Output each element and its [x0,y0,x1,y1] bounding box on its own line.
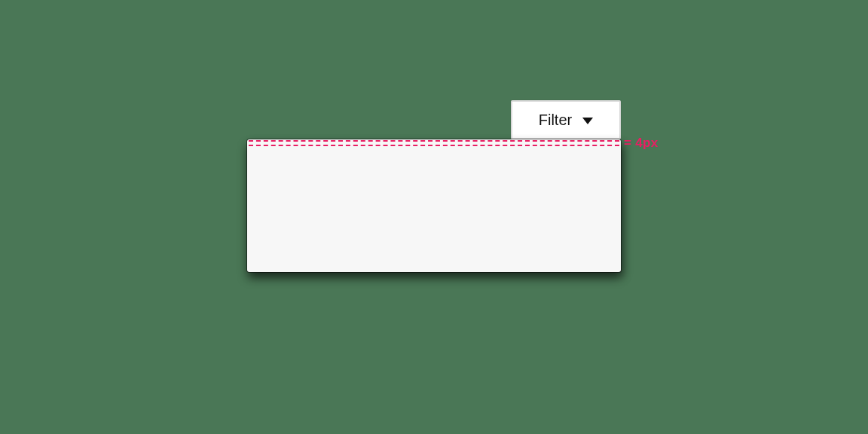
spacing-line-bottom [249,145,619,146]
filter-dropdown-button[interactable]: Filter [511,100,621,139]
chevron-down-icon [582,118,593,124]
filter-label: Filter [539,112,572,129]
spacing-indicator [249,139,619,145]
spacing-diagram: Filter [247,139,621,272]
dropdown-menu-panel [247,139,621,272]
spacing-annotation-label: = 4px [624,136,658,151]
spacing-line-top [249,140,619,142]
